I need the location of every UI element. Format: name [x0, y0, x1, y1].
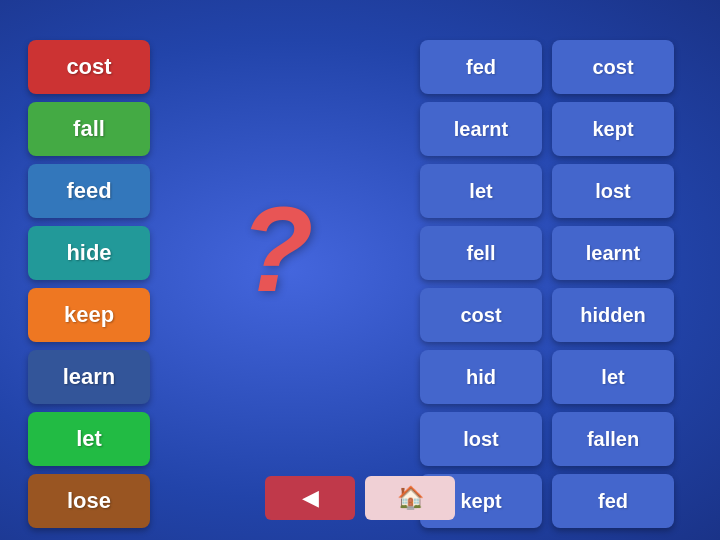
right-col2-btn-cost[interactable]: cost [552, 40, 674, 94]
question-mark: ? [240, 180, 313, 318]
right-section: fedlearntletfellcosthidlostkept costkept… [420, 40, 674, 528]
left-btn-let[interactable]: let [28, 412, 150, 466]
right-col-1: fedlearntletfellcosthidlostkept [420, 40, 542, 528]
home-button[interactable]: 🏠 [365, 476, 455, 520]
right-col1-btn-hid[interactable]: hid [420, 350, 542, 404]
right-col2-btn-learnt[interactable]: learnt [552, 226, 674, 280]
right-col1-btn-learnt[interactable]: learnt [420, 102, 542, 156]
bottom-navigation: ◀ 🏠 [265, 476, 455, 520]
right-col2-btn-kept[interactable]: kept [552, 102, 674, 156]
right-col-2: costkeptlostlearnthiddenletfallenfed [552, 40, 674, 528]
right-col2-btn-hidden[interactable]: hidden [552, 288, 674, 342]
right-col2-btn-let[interactable]: let [552, 350, 674, 404]
back-button[interactable]: ◀ [265, 476, 355, 520]
right-col1-btn-fed[interactable]: fed [420, 40, 542, 94]
right-col1-btn-let[interactable]: let [420, 164, 542, 218]
right-col1-btn-fell[interactable]: fell [420, 226, 542, 280]
right-col2-btn-fallen[interactable]: fallen [552, 412, 674, 466]
left-btn-feed[interactable]: feed [28, 164, 150, 218]
left-btn-lose[interactable]: lose [28, 474, 150, 528]
left-column: costfallfeedhidekeeplearnletlose [28, 40, 150, 528]
left-btn-keep[interactable]: keep [28, 288, 150, 342]
left-btn-fall[interactable]: fall [28, 102, 150, 156]
right-col2-btn-lost[interactable]: lost [552, 164, 674, 218]
left-btn-learn[interactable]: learn [28, 350, 150, 404]
right-col1-btn-cost[interactable]: cost [420, 288, 542, 342]
right-col1-btn-lost[interactable]: lost [420, 412, 542, 466]
left-btn-hide[interactable]: hide [28, 226, 150, 280]
left-btn-cost[interactable]: cost [28, 40, 150, 94]
right-col2-btn-fed[interactable]: fed [552, 474, 674, 528]
